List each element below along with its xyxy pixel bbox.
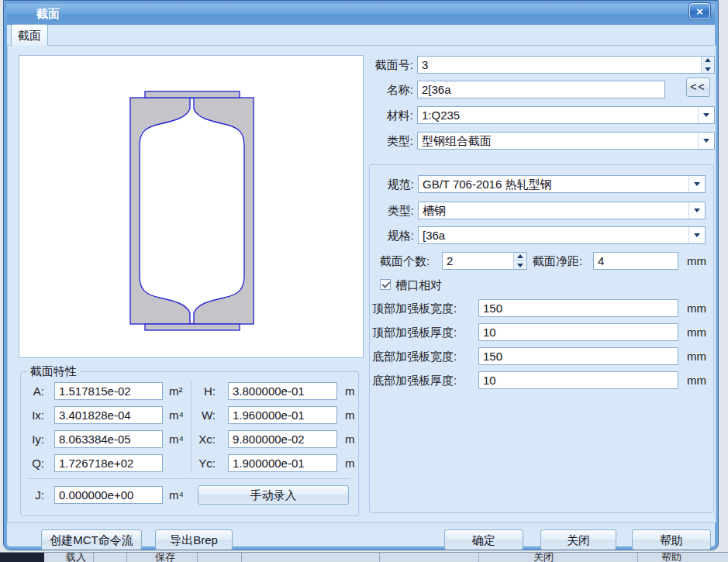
shape-parameters-group: 规范: GB/T 706-2016 热轧型钢 类型: 槽钢 规格: [36a 截… [369,164,714,513]
clear-distance-unit: mm [687,254,706,267]
background-partial-label: 帮助 [661,552,681,562]
prop-Iy-label: Iy: [22,433,44,446]
count-field[interactable]: 2 [442,252,527,270]
chevron-down-icon[interactable] [688,227,705,243]
prop-Iy-unit: m⁴ [169,433,184,446]
prop-Yc-unit: m [345,457,355,470]
bottom-plate-thickness-label: 底部加强板厚度: [372,374,457,388]
chevron-down-icon[interactable] [698,107,714,123]
top-plate-width-field[interactable]: 150 [478,299,678,317]
section-preview-panel [19,55,364,358]
prop-H-unit: m [345,384,355,398]
prop-Yc-label: Yc: [188,457,216,470]
prop-J-unit: m⁴ [169,488,184,502]
channel-cavity-shape [140,98,244,324]
export-brep-button[interactable]: 导出Brep [155,529,233,550]
top-plate-thickness-label: 顶部加强板厚度: [372,326,457,340]
material-combo[interactable]: 1:Q235 [417,106,715,124]
spinner-up-icon[interactable] [702,57,715,64]
spec-label: 规格: [370,229,414,243]
name-label: 名称: [336,83,413,98]
section-drawing [19,56,364,359]
spinner-down-icon[interactable] [702,65,715,73]
section-no-field[interactable]: 3 [417,56,715,74]
channels-facing-label: 槽口相对 [395,278,442,293]
prop-Iy-field[interactable]: 8.063384e-05 [54,430,163,448]
standard-combo[interactable]: GB/T 706-2016 热轧型钢 [418,175,706,193]
top-plate-shape [145,91,240,98]
clear-distance-field[interactable]: 4 [593,252,678,270]
bottom-plate-thickness-unit: mm [687,374,706,387]
top-plate-thickness-unit: mm [687,326,706,339]
bottom-plate-width-field[interactable]: 150 [478,347,678,365]
prop-W-field[interactable]: 1.960000e-01 [228,406,337,424]
bottom-plate-width-label: 底部加强板宽度: [372,350,457,364]
chevron-down-icon[interactable] [688,176,705,192]
section-properties-group: 截面特性 A: 1.517815e-02 m² Ix: 3.401828e-04… [20,371,359,516]
background-window-strip: 载入 保存 关闭 帮助 [0,552,728,562]
section-dialog: 截面 × 截面 截面号: 3 名 [3,0,719,550]
steel-type-combo[interactable]: 槽钢 [418,202,706,219]
tab-section[interactable]: 截面 [11,24,48,46]
prop-Xc-field[interactable]: 9.800000e-02 [228,430,337,448]
manual-entry-button[interactable]: 手动录入 [198,485,349,505]
count-spinner[interactable] [513,253,526,269]
count-label: 截面个数: [380,254,430,269]
help-button[interactable]: 帮助 [632,529,711,550]
section-type-label: 类型: [336,134,413,149]
spec-combo[interactable]: [36a [418,226,706,244]
prop-A-field[interactable]: 1.517815e-02 [54,382,163,400]
section-type-combo[interactable]: 型钢组合截面 [417,132,715,150]
prop-Xc-label: Xc: [188,433,216,446]
bottom-plate-thickness-field[interactable]: 10 [478,371,678,389]
prop-Xc-unit: m [345,433,355,446]
close-button[interactable]: × [689,3,710,19]
standard-label: 规范: [370,178,414,192]
spinner-down-icon[interactable] [514,261,527,269]
dialog-titlebar[interactable]: 截面 [7,4,715,25]
prop-Ix-field[interactable]: 3.401828e-04 [54,406,163,424]
top-plate-width-unit: mm [687,302,706,315]
prop-W-unit: m [345,409,355,422]
prop-H-label: H: [188,384,216,398]
bottom-plate-width-unit: mm [687,350,706,363]
background-partial-label: 载入 [66,552,86,562]
prop-A-unit: m² [169,384,183,398]
top-plate-thickness-field[interactable]: 10 [478,323,678,341]
background-dark-area [0,552,44,562]
background-partial-label: 关闭 [533,552,554,562]
prop-H-field[interactable]: 3.800000e-01 [228,382,337,400]
material-label: 材料: [336,109,413,123]
chevron-down-icon[interactable] [698,133,714,149]
name-field[interactable]: 2[36a [417,81,665,98]
prop-J-field[interactable]: 0.000000e+00 [54,486,163,504]
tab-page: 截面号: 3 名称: 2[36a << 材料: 1:Q235 类型: 型钢组合截… [7,45,716,523]
section-properties-title: 截面特性 [27,364,80,379]
close-icon: × [696,5,703,18]
steel-type-label: 类型: [370,204,414,219]
prop-Q-label: Q: [22,457,44,470]
prop-Ix-label: Ix: [22,409,44,422]
expand-button[interactable]: << [686,78,710,97]
chevron-down-icon[interactable] [688,202,705,219]
section-no-label: 截面号: [336,58,413,73]
prop-W-label: W: [188,409,216,422]
prop-A-label: A: [22,384,44,398]
prop-J-label: J: [22,488,44,502]
prop-Ix-unit: m⁴ [169,409,184,422]
tab-section-label: 截面 [18,29,41,42]
bottom-plate-shape [145,324,240,330]
create-mct-button[interactable]: 创建MCT命令流 [41,529,142,550]
prop-Q-field[interactable]: 1.726718e+02 [54,454,163,472]
dialog-title: 截面 [36,7,60,22]
channels-facing-checkbox[interactable] [380,279,391,290]
ok-button[interactable]: 确定 [444,529,523,550]
clear-distance-label: 截面净距: [533,254,582,269]
background-partial-label: 保存 [155,552,175,562]
top-plate-width-label: 顶部加强板宽度: [372,302,457,316]
close-dialog-button[interactable]: 关闭 [540,529,616,550]
section-no-spinner[interactable] [701,57,714,73]
prop-Yc-field[interactable]: 1.900000e-01 [228,454,337,472]
spinner-up-icon[interactable] [514,253,527,260]
